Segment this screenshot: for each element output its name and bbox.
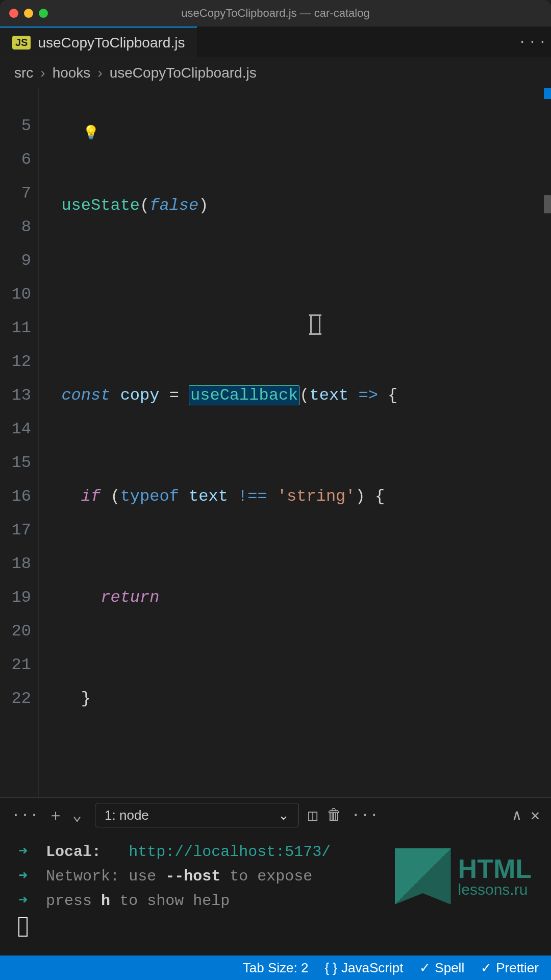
line-number-gutter: 5 6 7 8 9 10 11 12 13 14 15 16 17 18 19 … bbox=[0, 88, 39, 797]
crumb-hooks[interactable]: hooks bbox=[53, 65, 91, 81]
tab-bar: JS useCopyToClipboard.js ··· bbox=[0, 27, 551, 58]
terminal-cursor bbox=[18, 917, 28, 937]
status-prettier[interactable]: ✓Prettier bbox=[481, 960, 539, 976]
chevron-right-icon: › bbox=[97, 65, 102, 81]
js-file-icon: JS bbox=[12, 36, 31, 50]
close-window-button[interactable] bbox=[9, 9, 18, 18]
editor-tab[interactable]: JS useCopyToClipboard.js bbox=[0, 27, 197, 58]
maximize-window-button[interactable] bbox=[39, 9, 48, 18]
chevron-right-icon: › bbox=[40, 65, 45, 81]
panel-more-icon[interactable]: ··· bbox=[351, 806, 379, 824]
terminal-panel: ··· ＋ ⌄ 1: node ⌄ ◫ 🗑 ··· ∧ ✕ ➜ Local: h… bbox=[0, 797, 551, 955]
new-terminal-icon[interactable]: ＋ bbox=[48, 805, 63, 826]
code-editor[interactable]: 5 6 7 8 9 10 11 12 13 14 15 16 17 18 19 … bbox=[0, 88, 551, 797]
titlebar: useCopyToClipboard.js — car-catalog bbox=[0, 0, 551, 27]
terminal-output[interactable]: ➜ Local: http://localhost:5173/ ➜ Networ… bbox=[0, 832, 551, 955]
crumb-file[interactable]: useCopyToClipboard.js bbox=[110, 65, 257, 81]
status-language[interactable]: { }JavaScript bbox=[324, 960, 403, 976]
lightbulb-icon[interactable]: 💡 bbox=[83, 116, 99, 150]
terminal-selector[interactable]: 1: node ⌄ bbox=[95, 803, 299, 827]
minimize-window-button[interactable] bbox=[24, 9, 33, 18]
chevron-down-icon: ⌄ bbox=[278, 807, 289, 823]
watermark-logo: HTML lessons.ru bbox=[395, 848, 532, 904]
selected-text: useCallback bbox=[189, 385, 299, 405]
code-content[interactable]: 💡 useState(false) const copy = useCallba… bbox=[39, 88, 551, 797]
split-editor-icon[interactable]: ◫ bbox=[308, 806, 317, 825]
tab-filename: useCopyToClipboard.js bbox=[38, 35, 185, 51]
traffic-lights bbox=[9, 9, 48, 18]
trash-icon[interactable]: 🗑 bbox=[327, 806, 342, 824]
tab-overflow-button[interactable]: ··· bbox=[515, 27, 551, 58]
panel-more-icon[interactable]: ··· bbox=[11, 806, 39, 824]
close-panel-icon[interactable]: ✕ bbox=[531, 806, 540, 825]
breadcrumbs[interactable]: src › hooks › useCopyToClipboard.js bbox=[0, 58, 551, 88]
maximize-panel-icon[interactable]: ∧ bbox=[512, 806, 521, 825]
status-bar: Tab Size: 2 { }JavaScript ✓Spell ✓Pretti… bbox=[0, 955, 551, 980]
window-title: useCopyToClipboard.js — car-catalog bbox=[181, 7, 369, 20]
html5-icon bbox=[395, 848, 451, 904]
crumb-src[interactable]: src bbox=[14, 65, 33, 81]
status-tabsize[interactable]: Tab Size: 2 bbox=[243, 960, 309, 976]
status-spell[interactable]: ✓Spell bbox=[419, 960, 464, 976]
terminal-toolbar: ··· ＋ ⌄ 1: node ⌄ ◫ 🗑 ··· ∧ ✕ bbox=[0, 798, 551, 832]
terminal-split-dropdown-icon[interactable]: ⌄ bbox=[72, 806, 82, 825]
text-cursor-icon bbox=[310, 315, 320, 334]
